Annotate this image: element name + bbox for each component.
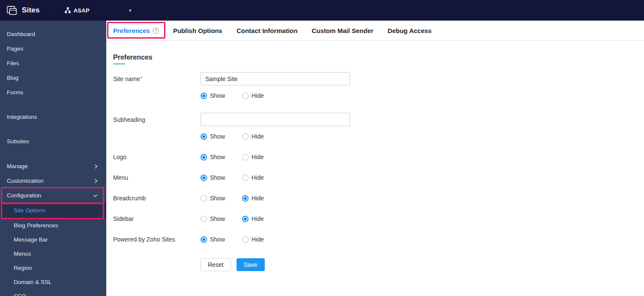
field-sidebar: Sidebar Show Hide [113,215,644,222]
reset-button[interactable]: Reset [201,258,231,271]
radio-option-show[interactable]: Show [201,236,225,243]
tab-publish-options[interactable]: Publish Options [173,27,222,34]
sidebar-item-integrations[interactable]: Integrations [0,110,106,124]
sidebar-group-customization[interactable]: Customization [0,174,106,188]
radio-option-hide[interactable]: Hide [242,215,264,222]
radio-show-control[interactable] [201,133,207,140]
field-label: Menu [113,174,201,181]
tab-label: Custom Mail Sender [312,27,373,34]
sidebar-item-dashboard[interactable]: Dashboard [0,27,106,42]
radio-hide-control[interactable] [242,93,249,99]
field-label: Powered by Zoho Sites [113,236,201,243]
required-asterisk: * [141,76,143,82]
radio-show-control[interactable] [201,236,207,243]
sidebar-item-files[interactable]: Files [0,56,106,71]
field-powered-by: Powered by Zoho Sites Show Hide [113,236,644,243]
radio-option-hide[interactable]: Hide [242,154,264,160]
help-icon[interactable]: ? [153,27,159,34]
radio-hide-label: Hide [252,154,264,160]
tab-preferences[interactable]: Preferences ? [113,27,159,34]
field-label: Subheading [113,116,201,123]
radio-hide-control[interactable] [242,133,249,140]
sidebar-group-label: Configuration [7,192,41,199]
sitemap-icon [65,7,71,13]
sidebar-item-subsites[interactable]: Subsites [0,134,106,149]
radio-hide-label: Hide [252,174,264,181]
sidebar-item-message-bar[interactable]: Message Bar [0,233,106,247]
tab-contact-information[interactable]: Contact Information [237,27,298,34]
radio-show-label: Show [210,236,225,243]
sidebar-item-site-options[interactable]: Site Options [0,203,106,218]
field-label: Breadcrumb [113,195,201,202]
site-name-input[interactable] [201,72,350,85]
sidebar-item-forms[interactable]: Forms [0,85,106,100]
sites-logo-icon [6,5,18,16]
sidebar-subitem-label: SEO [14,293,26,296]
radio-hide-control[interactable] [242,216,249,222]
form-actions: Reset Save [113,258,644,271]
sidebar-group-configuration[interactable]: Configuration [0,188,106,203]
sidebar-subitem-label: Blog Preferences [14,222,58,229]
sidebar-item-menus[interactable]: Menus [0,247,106,261]
radio-hide-label: Hide [252,92,264,99]
radio-show-control[interactable] [201,216,207,222]
subheading-input[interactable] [201,113,350,126]
sidebar-group-manage[interactable]: Manage [0,159,106,174]
radio-show-control[interactable] [201,154,207,160]
radio-option-hide[interactable]: Hide [242,133,264,140]
tab-label: Preferences [113,27,150,34]
radio-hide-control[interactable] [242,175,249,181]
save-button[interactable]: Save [237,258,265,271]
radio-show-control[interactable] [201,195,207,202]
radio-show-label: Show [210,195,225,202]
radio-show-label: Show [210,133,225,140]
sidebar-spacer [0,100,106,110]
sidebar-item-label: Files [7,60,19,66]
app-name: Sites [22,6,40,15]
sidebar-item-pages[interactable]: Pages [0,42,106,56]
tab-custom-mail-sender[interactable]: Custom Mail Sender [312,27,373,34]
site-selector[interactable]: ASAP [65,7,90,14]
radio-option-hide[interactable]: Hide [242,92,264,99]
sidebar-item-seo[interactable]: SEO [0,289,106,296]
app-logo[interactable]: Sites [6,5,40,16]
radio-group: Show Hide [201,133,281,140]
radio-group: Show Hide [201,92,281,99]
radio-option-show[interactable]: Show [201,92,225,99]
radio-option-show[interactable]: Show [201,154,225,160]
radio-hide-label: Hide [252,215,264,222]
sidebar-item-label: Pages [7,45,23,52]
radio-hide-control[interactable] [242,236,249,243]
radio-hide-label: Hide [252,133,264,140]
radio-group: Show Hide [201,195,281,202]
sidebar-subitem-label: Region [14,265,32,271]
tab-debug-access[interactable]: Debug Access [388,27,432,34]
sidebar-subitem-label: Site Options [14,207,45,214]
radio-option-hide[interactable]: Hide [242,174,264,181]
radio-option-show[interactable]: Show [201,195,225,202]
sidebar-item-blog-preferences[interactable]: Blog Preferences [0,218,106,233]
sidebar-group-label: Manage [7,163,28,169]
radio-group: Show Hide [201,174,281,181]
radio-show-control[interactable] [201,93,207,99]
sidebar-item-blog[interactable]: Blog [0,71,106,85]
radio-option-show[interactable]: Show [201,174,225,181]
sidebar-spacer [0,149,106,159]
field-label-text: Logo [113,154,126,160]
tab-label: Debug Access [388,27,432,34]
radio-hide-label: Hide [252,236,264,243]
sidebar-item-domain-ssl[interactable]: Domain & SSL [0,275,106,289]
radio-group: Show Hide [201,236,281,243]
radio-option-show[interactable]: Show [201,133,225,140]
radio-show-label: Show [210,174,225,181]
sidebar-item-region[interactable]: Region [0,261,106,275]
radio-option-hide[interactable]: Hide [242,195,264,202]
chevron-down-icon [93,193,98,197]
radio-hide-control[interactable] [242,195,249,202]
chevron-down-icon[interactable]: ▾ [129,8,132,13]
radio-option-hide[interactable]: Hide [242,236,264,243]
radio-show-control[interactable] [201,175,207,181]
radio-option-show[interactable]: Show [201,215,225,222]
site-name-visibility: Show Hide [113,92,644,99]
radio-hide-control[interactable] [242,154,249,160]
